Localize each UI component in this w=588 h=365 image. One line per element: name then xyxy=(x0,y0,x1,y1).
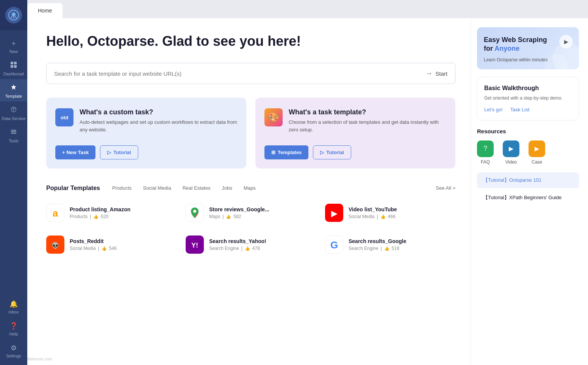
template-item-yahoo[interactable]: Y! Search results_Yahoo! Search Engine |… xyxy=(186,232,316,257)
svg-rect-11 xyxy=(11,133,16,134)
google-meta: Search Engine | 👍 518 xyxy=(349,246,407,251)
reddit-meta: Social Media | 👍 546 xyxy=(70,246,117,251)
play-icon: ▷ xyxy=(107,150,111,155)
resources-title: Resources xyxy=(477,128,579,134)
template-item-youtube[interactable]: ▶ Video list_YouTube Social Media | 👍 46… xyxy=(325,200,455,226)
filter-jobs[interactable]: Jobs xyxy=(217,184,236,192)
sidebar-item-new[interactable]: ＋ New xyxy=(0,34,27,57)
template-tutorial-button[interactable]: ▷ Tutorial xyxy=(313,145,351,159)
custom-task-title: What's a custom task? xyxy=(80,108,237,116)
youtube-name: Video list_YouTube xyxy=(349,206,397,212)
see-all-link[interactable]: See All > xyxy=(436,185,455,191)
youtube-meta: Social Media | 👍 466 xyxy=(349,214,397,219)
amazon-category: Products xyxy=(70,214,88,219)
google-logo: G xyxy=(325,236,343,254)
custom-tutorial-button[interactable]: ▷ Tutorial xyxy=(100,145,138,159)
template-item-google[interactable]: G Search results_Google Search Engine | … xyxy=(325,232,455,257)
youtube-likes: 466 xyxy=(388,214,396,219)
svg-rect-8 xyxy=(14,65,17,68)
sidebar-item-help[interactable]: ❓ Help xyxy=(0,317,27,339)
sidebar-item-data-service[interactable]: Data Service xyxy=(0,101,27,124)
template-item-google-maps[interactable]: Store reviews_Google... Maps | 👍 582 xyxy=(186,200,316,226)
greeting-text: Hello, Octoparse. Glad to see you here! xyxy=(46,33,455,49)
sidebar-label-settings: Settings xyxy=(6,354,21,358)
filter-maps[interactable]: Maps xyxy=(239,184,260,192)
google-maps-meta: Maps | 👍 582 xyxy=(209,214,269,219)
google-maps-name: Store reviews_Google... xyxy=(209,206,269,212)
svg-line-2 xyxy=(11,16,12,18)
scraping-title-prefix: Easy Web Scraping xyxy=(484,36,547,44)
google-maps-template-info: Store reviews_Google... Maps | 👍 582 xyxy=(209,206,269,219)
data-service-icon xyxy=(10,106,17,115)
filter-social-media[interactable]: Social Media xyxy=(138,184,175,192)
svg-text:a: a xyxy=(53,207,58,219)
filter-products[interactable]: Products xyxy=(108,184,136,192)
svg-point-13 xyxy=(193,210,196,213)
play-icon2: ▷ xyxy=(320,150,324,155)
custom-task-actions: + New Task ▷ Tutorial xyxy=(55,145,237,159)
resources-icons: ? FAQ ▶ Video ▶ Case xyxy=(477,140,579,165)
search-start-button[interactable]: → Start xyxy=(425,70,447,78)
new-task-button[interactable]: + New Task xyxy=(55,145,95,159)
amazon-likes: 620 xyxy=(101,214,108,219)
reddit-name: Posts_Reddit xyxy=(70,238,117,244)
card-custom-header: otd What's a custom task? Auto-detect we… xyxy=(55,108,237,133)
right-panel: Easy Web Scraping for Anyone ▶ Learn Oct… xyxy=(471,18,588,365)
tab-home[interactable]: Home xyxy=(27,3,63,18)
sidebar-item-template[interactable]: Template xyxy=(0,79,27,101)
template-card-actions: ⊞ Templates ▷ Tutorial xyxy=(264,145,446,159)
google-category: Search Engine xyxy=(349,246,378,251)
reddit-logo: 👽 xyxy=(46,236,64,254)
lets-go-link[interactable]: Let's go! xyxy=(484,107,503,112)
template-item-reddit[interactable]: 👽 Posts_Reddit Social Media | 👍 546 xyxy=(46,232,177,257)
custom-task-icon: otd xyxy=(55,108,74,126)
svg-rect-9 xyxy=(11,130,16,131)
svg-rect-10 xyxy=(11,131,16,132)
main-content: Home Hello, Octoparse. Glad to see you h… xyxy=(27,0,588,365)
resource-case[interactable]: ▶ Case xyxy=(529,140,545,165)
svg-line-4 xyxy=(15,16,16,18)
yahoo-template-info: Search results_Yahoo! Search Engine | 👍 … xyxy=(209,238,266,251)
sidebar-label-inbox: Inbox xyxy=(9,310,19,314)
sidebar-item-settings[interactable]: ⚙ Settings xyxy=(0,339,27,361)
youtube-logo: ▶ xyxy=(325,204,343,222)
tutorial-link-1[interactable]: 【Tutorial】Octoparse 101 xyxy=(477,172,579,188)
play-button[interactable]: ▶ xyxy=(559,35,573,48)
sidebar-item-inbox[interactable]: 🔔 Inbox xyxy=(0,295,27,317)
sidebar-logo xyxy=(0,0,27,30)
task-list-link[interactable]: Task List xyxy=(510,107,530,112)
sidebar-item-dashboard[interactable]: Dashborad xyxy=(0,57,27,79)
sidebar-item-tools[interactable]: Tools xyxy=(0,124,27,146)
inbox-icon: 🔔 xyxy=(9,300,18,308)
search-input[interactable] xyxy=(54,70,425,77)
sidebar-label-tools: Tools xyxy=(9,139,19,143)
card-task-template: 🎨 What's a task template? Choose from a … xyxy=(255,98,455,168)
template-item-amazon[interactable]: a Product listing_Amazon Products | 👍 62… xyxy=(46,200,177,226)
svg-text:▶: ▶ xyxy=(331,209,338,218)
sidebar-label-new: New xyxy=(9,49,18,54)
google-maps-category: Maps xyxy=(209,214,220,219)
walkthrough-card: Basic Walkthrough Get oriented with a st… xyxy=(477,77,579,120)
resource-video[interactable]: ▶ Video xyxy=(503,140,519,165)
svg-rect-7 xyxy=(11,65,13,68)
tutorial-link-2[interactable]: 【Tutorial】XPath Beginners' Guide xyxy=(477,190,579,206)
filter-real-estates[interactable]: Real Estates xyxy=(178,184,215,192)
sidebar-label-dashboard: Dashborad xyxy=(3,72,24,76)
popular-templates-title: Popular Templates xyxy=(46,185,100,192)
reddit-template-info: Posts_Reddit Social Media | 👍 546 xyxy=(70,238,117,251)
resource-faq[interactable]: ? FAQ xyxy=(477,140,494,165)
search-arrow-icon: → xyxy=(425,70,432,78)
templates-button[interactable]: ⊞ Templates xyxy=(264,145,308,159)
video-label: Video xyxy=(505,159,517,165)
svg-text:G: G xyxy=(330,239,338,251)
sidebar-label-data-service: Data Service xyxy=(2,116,26,121)
yahoo-likes: 478 xyxy=(252,246,260,251)
search-button-label: Start xyxy=(435,70,447,77)
amazon-template-info: Product listing_Amazon Products | 👍 620 xyxy=(70,206,130,219)
scraping-card: Easy Web Scraping for Anyone ▶ Learn Oct… xyxy=(477,27,579,69)
card-custom-task: otd What's a custom task? Auto-detect we… xyxy=(46,98,246,168)
google-name: Search results_Google xyxy=(349,238,407,244)
content-area: Hello, Octoparse. Glad to see you here! … xyxy=(27,18,588,365)
video-icon: ▶ xyxy=(503,140,519,157)
amazon-template-name: Product listing_Amazon xyxy=(70,206,130,212)
